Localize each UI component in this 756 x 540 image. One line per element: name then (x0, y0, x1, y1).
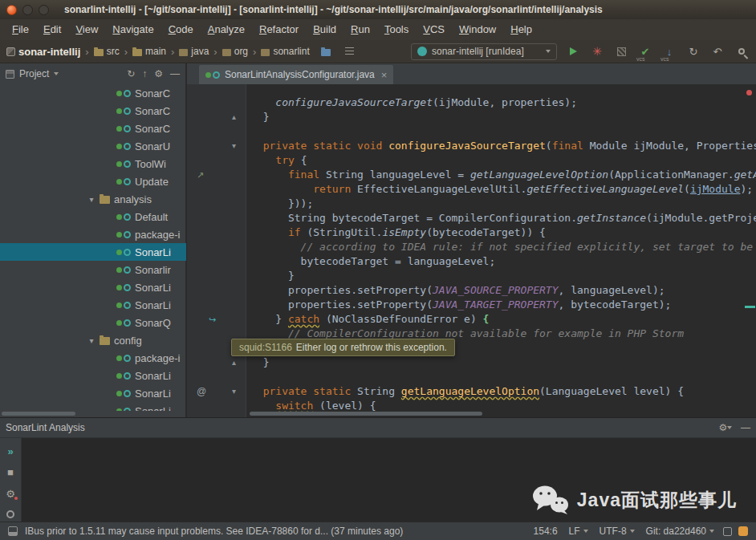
code-line-9[interactable]: if (StringUtil.isEmpty(bytecodeTarget)) … (250, 225, 756, 240)
error-stripe-mark[interactable] (746, 90, 752, 95)
help-button[interactable] (2, 508, 18, 522)
breadcrumb-item-org[interactable]: org (222, 46, 248, 57)
tree-horizontal-scrollbar[interactable] (2, 412, 75, 416)
code-line-15[interactable]: } catch (NoClassDefFoundError e) { (250, 312, 756, 327)
menu-item-run[interactable]: Run (343, 19, 377, 40)
menu-item-help[interactable]: Help (503, 19, 539, 40)
expand-arrow-icon[interactable]: ▾ (87, 336, 96, 345)
fold-down-icon[interactable]: ▾ (232, 139, 236, 153)
encoding-widget[interactable]: UTF-8 (597, 526, 637, 537)
debug-button[interactable]: ✳ (589, 43, 605, 60)
analyze-button[interactable]: » (2, 445, 18, 458)
inspection-stripe-mark[interactable] (745, 306, 755, 308)
run-configuration-select[interactable]: sonar-intellij [runIdea] (411, 43, 557, 60)
breadcrumb-item-sonar-intellij[interactable]: sonar-intellij (6, 46, 80, 58)
breadcrumb-item-main[interactable]: main (132, 46, 166, 57)
fold-down-icon[interactable]: ▾ (232, 384, 236, 399)
settings-button[interactable]: ⚙ (2, 487, 18, 501)
tree-item-Sonarlir[interactable]: Sonarlir (0, 261, 186, 278)
code-editor[interactable]: ▴▾↗↪▴▾@ configureJavaSourceTarget(ijModu… (187, 84, 756, 417)
menu-item-analyze[interactable]: Analyze (201, 19, 252, 40)
tree-item-SonarLi[interactable]: SonarLi (0, 367, 186, 384)
tree-item-analysis[interactable]: ▾analysis (0, 190, 186, 208)
analysis-console[interactable]: Java面试那些事儿 (22, 438, 756, 522)
list-icon[interactable] (342, 43, 358, 60)
toolwindow-toggle-icon[interactable] (8, 526, 18, 536)
tree-item-SonarLi[interactable]: SonarLi (0, 278, 186, 296)
notification-icon[interactable] (738, 526, 748, 536)
tree-item-config[interactable]: ▾config (0, 331, 186, 349)
tree-item-Default[interactable]: Default (0, 208, 186, 225)
menu-item-tools[interactable]: Tools (377, 19, 416, 40)
close-tab-icon[interactable]: × (381, 69, 388, 81)
tree-item-package-i[interactable]: package-i (0, 225, 186, 243)
code-line-13[interactable]: properties.setProperty(JAVA_SOURCE_PROPE… (250, 283, 756, 298)
vcs-update-button[interactable]: ↓vcs (661, 43, 677, 60)
code-line-6[interactable]: return EffectiveLanguageLevelUtil.getEff… (250, 182, 756, 197)
code-line-8[interactable]: String bytecodeTarget = CompilerConfigur… (250, 211, 756, 225)
menu-item-build[interactable]: Build (306, 19, 343, 40)
code-line-0[interactable]: configureJavaSourceTarget(ijModule, prop… (250, 95, 756, 110)
menu-item-window[interactable]: Window (452, 19, 503, 40)
collapse-all-icon[interactable]: ↑ (142, 69, 147, 79)
editor-tab[interactable]: SonarLintAnalysisConfigurator.java × (199, 65, 393, 84)
code-line-5[interactable]: final String languageLevel = getLanguage… (250, 168, 756, 182)
menu-item-refactor[interactable]: Refactor (252, 19, 306, 40)
tree-item-package-i[interactable]: package-i (0, 349, 186, 367)
code-line-3[interactable]: private static void configureJavaSourceT… (250, 139, 756, 153)
coverage-button[interactable] (613, 43, 629, 60)
hector-icon[interactable] (723, 527, 732, 536)
tree-item-SonarLi[interactable]: SonarLi (0, 402, 186, 411)
stop-button[interactable]: ■ (2, 465, 18, 479)
code-line-12[interactable]: } (250, 269, 756, 283)
blue-folder-icon[interactable] (318, 43, 334, 60)
rollback-button[interactable]: ↶ (709, 43, 726, 60)
fold-up-icon[interactable]: ▴ (232, 110, 236, 124)
menu-item-file[interactable]: File (5, 19, 36, 40)
at-icon[interactable]: @ (197, 384, 206, 399)
minimize-window-button[interactable] (22, 5, 33, 15)
sonar-icon[interactable]: ↪ (209, 312, 216, 327)
fold-up-icon[interactable]: ▴ (232, 355, 236, 370)
gear-icon[interactable]: ⚙ (154, 69, 163, 79)
menu-item-navigate[interactable]: Navigate (105, 19, 161, 40)
code-line-4[interactable]: try { (250, 153, 756, 168)
code-line-1[interactable]: } (250, 110, 756, 124)
breadcrumb-item-java[interactable]: java (179, 46, 209, 57)
search-button[interactable] (734, 43, 750, 60)
code-area[interactable]: configureJavaSourceTarget(ijModule, prop… (247, 84, 756, 417)
line-separator-widget[interactable]: LF (567, 526, 591, 537)
editor-horizontal-scrollbar[interactable] (250, 412, 482, 416)
maximize-window-button[interactable] (39, 5, 49, 15)
tree-item-SonarU[interactable]: SonarU (0, 137, 186, 155)
tree-item-ToolWi[interactable]: ToolWi (0, 155, 186, 173)
panel-settings-button[interactable]: ⚙ (717, 420, 734, 436)
caret-position-widget[interactable]: 154:6 (531, 526, 560, 537)
code-line-10[interactable]: // according to IDEA rule: if not specif… (250, 240, 756, 254)
sync-icon[interactable]: ↻ (127, 69, 135, 79)
close-window-button[interactable] (6, 5, 17, 15)
impl-icon[interactable]: ↗ (197, 168, 204, 182)
tree-item-SonarLi[interactable]: SonarLi (0, 296, 186, 314)
run-button[interactable] (565, 43, 581, 60)
sync-button[interactable]: ↻ (685, 43, 701, 60)
tree-item-SonarLi[interactable]: SonarLi (0, 384, 186, 402)
code-line-14[interactable]: properties.setProperty(JAVA_TARGET_PROPE… (250, 298, 756, 312)
code-line-11[interactable]: bytecodeTarget = languageLevel; (250, 254, 756, 269)
tree-item-SonarQ[interactable]: SonarQ (0, 314, 186, 331)
expand-arrow-icon[interactable]: ▾ (87, 195, 96, 204)
code-line-2[interactable] (250, 124, 756, 139)
tree-item-SonarLi[interactable]: SonarLi (0, 243, 186, 261)
code-line-19[interactable] (250, 370, 756, 384)
menu-item-vcs[interactable]: VCS (416, 19, 452, 40)
hide-panel-icon[interactable]: — (170, 69, 180, 79)
code-line-7[interactable]: })); (250, 197, 756, 211)
menu-item-view[interactable]: View (68, 19, 105, 40)
tree-item-SonarC[interactable]: SonarC (0, 102, 186, 120)
git-branch-widget[interactable]: Git: da22d460 (644, 526, 717, 537)
code-line-20[interactable]: private static String getLanguageLevelOp… (250, 384, 756, 399)
breadcrumb-item-src[interactable]: src (94, 46, 120, 57)
menu-item-code[interactable]: Code (161, 19, 201, 40)
tree-item-SonarC[interactable]: SonarC (0, 120, 186, 137)
hide-panel-icon[interactable]: — (741, 423, 750, 432)
